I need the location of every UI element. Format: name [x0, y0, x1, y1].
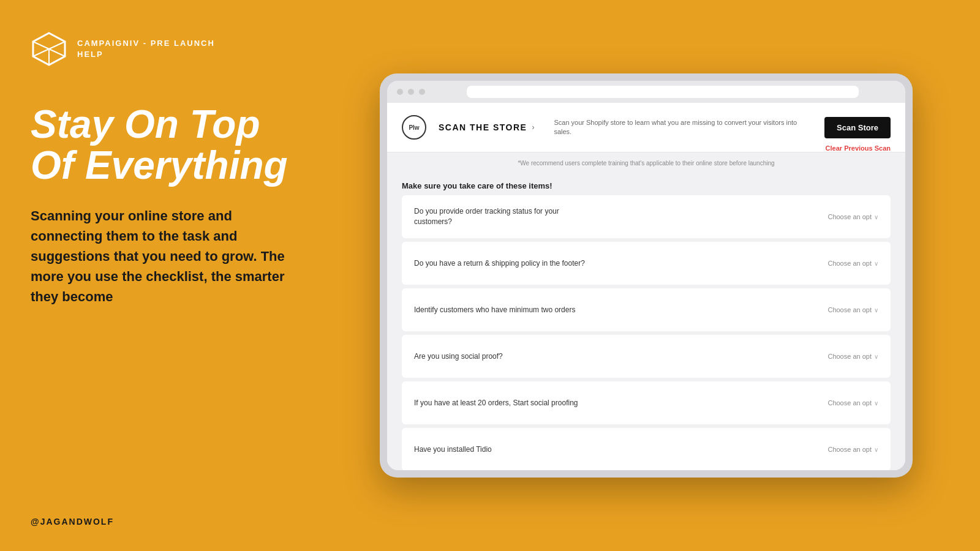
browser-dot-3	[419, 89, 425, 95]
scan-logo: Plw	[402, 115, 426, 140]
training-note: *We recommend users complete training th…	[387, 152, 905, 174]
scan-arrow-icon: ›	[532, 123, 534, 132]
left-panel: CAMPAIGNIV - PRE LAUNCH HELP Stay On Top…	[0, 0, 325, 551]
checklist-question-6: Have you installed Tidio	[414, 444, 492, 455]
logo-area: CAMPAIGNIV - PRE LAUNCH HELP	[31, 31, 294, 67]
device-screen: Plw SCAN THE STORE › Scan your Shopify s…	[387, 81, 905, 470]
checklist-heading: Make sure you take care of these items!	[387, 174, 905, 195]
checklist-question-3: Identify customers who have minimum two …	[414, 305, 575, 315]
browser-bar	[387, 81, 905, 103]
checklist-item: If you have at least 20 orders, Start so…	[402, 381, 891, 424]
checklist-question-2: Do you have a return & shipping policy i…	[414, 258, 585, 269]
scan-section-title: SCAN THE STORE	[439, 122, 527, 132]
scan-store-button[interactable]: Scan Store	[824, 117, 891, 138]
checklist-item: Are you using social proof? Choose an op…	[402, 335, 891, 378]
brand-logo-icon	[31, 31, 67, 67]
chevron-down-icon: ∨	[874, 214, 878, 220]
main-subtext: Scanning your online store and connectin…	[31, 206, 294, 307]
checklist-item: Have you installed Tidio Choose an opt ∨	[402, 428, 891, 470]
device-frame: Plw SCAN THE STORE › Scan your Shopify s…	[380, 73, 913, 478]
checklist-question-1: Do you provide order tracking status for…	[414, 206, 586, 227]
checklist-dropdown-3[interactable]: Choose an opt ∨	[827, 306, 878, 313]
chevron-down-icon: ∨	[874, 260, 878, 267]
clear-previous-scan-link[interactable]: Clear Previous Scan	[826, 144, 891, 152]
scan-title-group: SCAN THE STORE ›	[439, 122, 534, 132]
brand-name: CAMPAIGNIV - PRE LAUNCH HELP	[77, 38, 215, 60]
app-content: Plw SCAN THE STORE › Scan your Shopify s…	[387, 103, 905, 470]
svg-line-1	[33, 42, 49, 49]
checklist-item: Do you have a return & shipping policy i…	[402, 242, 891, 285]
checklist-dropdown-2[interactable]: Choose an opt ∨	[827, 260, 878, 267]
checklist-question-4: Are you using social proof?	[414, 351, 503, 362]
chevron-down-icon: ∨	[874, 353, 878, 360]
social-handle: @JAGANDWOLF	[31, 517, 114, 527]
checklist-dropdown-6[interactable]: Choose an opt ∨	[827, 446, 878, 453]
svg-line-5	[49, 49, 65, 56]
checklist-dropdown-4[interactable]: Choose an opt ∨	[827, 353, 878, 360]
checklist-container[interactable]: Do you provide order tracking status for…	[387, 195, 905, 470]
checklist-dropdown-1[interactable]: Choose an opt ∨	[827, 213, 878, 220]
checklist-dropdown-5[interactable]: Choose an opt ∨	[827, 399, 878, 407]
browser-dot-1	[397, 89, 403, 95]
right-panel: Plw SCAN THE STORE › Scan your Shopify s…	[325, 0, 980, 551]
checklist-item: Identify customers who have minimum two …	[402, 288, 891, 331]
scan-header-wrapper: Plw SCAN THE STORE › Scan your Shopify s…	[387, 103, 905, 152]
scan-description-text: Scan your Shopify store to learn what yo…	[554, 118, 812, 137]
chevron-down-icon: ∨	[874, 400, 878, 407]
main-headline: Stay On Top Of Everything	[31, 104, 294, 186]
svg-line-4	[33, 49, 49, 56]
chevron-down-icon: ∨	[874, 307, 878, 313]
checklist-question-5: If you have at least 20 orders, Start so…	[414, 398, 578, 408]
browser-dot-2	[408, 89, 414, 95]
svg-line-2	[49, 42, 65, 49]
chevron-down-icon: ∨	[874, 446, 878, 453]
browser-url-bar	[467, 86, 859, 98]
checklist-item: Do you provide order tracking status for…	[402, 195, 891, 238]
